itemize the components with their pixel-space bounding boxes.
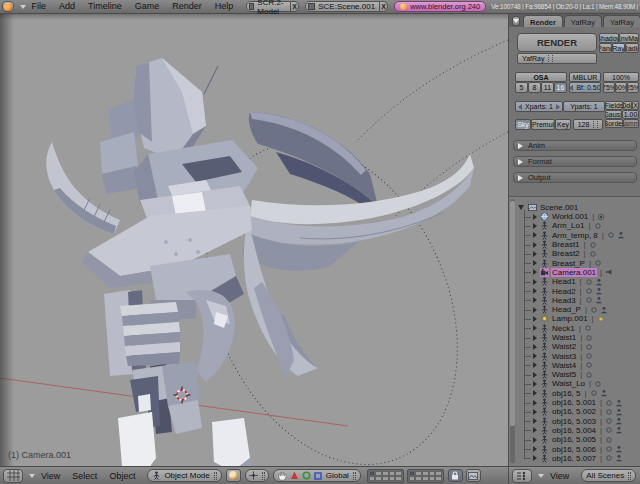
expand-arrow-icon[interactable]: [533, 223, 537, 229]
data-block-icon[interactable]: [594, 259, 602, 267]
translate-manipulator-icon[interactable]: [290, 471, 299, 480]
menu-item[interactable]: Render: [172, 0, 202, 13]
data-block-icon-2[interactable]: [595, 287, 603, 295]
data-block-icon[interactable]: [585, 287, 593, 295]
editor-type-button[interactable]: [3, 469, 23, 483]
fields-toggle[interactable]: Fields: [605, 101, 623, 110]
expand-arrow-icon[interactable]: [533, 409, 537, 415]
osa-value-button[interactable]: 16: [554, 82, 567, 93]
outliner-scene-row[interactable]: Scene.001: [517, 202, 640, 212]
expand-arrow-icon[interactable]: [533, 251, 537, 257]
menu-item[interactable]: Add: [59, 0, 75, 13]
panel-tab[interactable]: YafRay GI: [603, 15, 640, 27]
data-block-icon[interactable]: [584, 324, 592, 332]
outliner-row[interactable]: Waist4 |: [523, 361, 640, 370]
object-type-icon[interactable]: [540, 361, 549, 370]
outliner-row[interactable]: obj16, 5.007 |: [523, 454, 640, 463]
data-block-icon[interactable]: [585, 296, 593, 304]
gauss-value-slider[interactable]: 1.00: [622, 110, 639, 119]
expand-arrow-icon[interactable]: [533, 269, 537, 275]
expand-arrow-icon[interactable]: [533, 353, 537, 359]
object-name[interactable]: Head1: [551, 277, 577, 286]
data-block-icon-2[interactable]: [615, 454, 623, 462]
object-name[interactable]: Arm_temp, 8: [551, 231, 599, 240]
object-type-icon[interactable]: [540, 435, 549, 444]
pivot-dropdown[interactable]: [245, 469, 269, 482]
collapsed-panel-header[interactable]: Output: [513, 172, 637, 183]
expand-arrow-icon[interactable]: [533, 335, 537, 341]
rotate-manipulator-icon[interactable]: [302, 471, 311, 480]
expand-arrow-icon[interactable]: [533, 446, 537, 452]
scale-manipulator-icon[interactable]: [314, 472, 322, 480]
object-name[interactable]: World.001: [551, 212, 589, 221]
render-button[interactable]: RENDER: [517, 33, 597, 52]
data-block-icon[interactable]: [605, 268, 613, 276]
layers-block-1[interactable]: [367, 469, 404, 483]
expand-arrow-icon[interactable]: [533, 455, 537, 461]
data-block-icon-2[interactable]: [595, 278, 603, 286]
render-toggle[interactable]: Shadow: [599, 33, 619, 43]
header-menu-item[interactable]: View: [41, 471, 60, 481]
collapse-arrow-icon[interactable]: [518, 205, 524, 210]
object-type-icon[interactable]: [540, 407, 549, 416]
data-block-icon-2[interactable]: [615, 408, 623, 416]
object-type-icon[interactable]: [540, 445, 549, 454]
object-type-icon[interactable]: [540, 454, 549, 463]
data-block-icon[interactable]: [589, 241, 597, 249]
object-name[interactable]: Neck1: [551, 324, 576, 333]
object-name[interactable]: obj16, 5.001: [551, 398, 597, 407]
object-name[interactable]: obj16, 5.003: [551, 417, 597, 426]
outliner-row[interactable]: Waist1 |: [523, 333, 640, 342]
header-menu-item[interactable]: Select: [72, 471, 97, 481]
menu-item[interactable]: File: [32, 0, 47, 13]
outliner-scrollbar[interactable]: [510, 199, 515, 463]
expand-arrow-icon[interactable]: [533, 372, 537, 378]
render-toggle[interactable]: EnvMap: [619, 33, 639, 43]
object-name[interactable]: Waist_Lo: [551, 379, 586, 388]
data-block-icon-2[interactable]: [615, 417, 623, 425]
expand-arrow-icon[interactable]: [533, 260, 537, 266]
screen-selector[interactable]: SCR:2-Model: [246, 1, 291, 12]
data-block-icon-2[interactable]: [615, 399, 623, 407]
object-type-icon[interactable]: [540, 268, 549, 277]
data-block-icon[interactable]: [594, 380, 602, 388]
size-percent-button[interactable]: 75%: [603, 82, 615, 93]
data-block-icon[interactable]: [585, 371, 593, 379]
render-preview-button[interactable]: [466, 469, 481, 482]
expand-arrow-icon[interactable]: [533, 316, 537, 322]
mblur-toggle[interactable]: MBLUR: [569, 72, 601, 82]
data-block-icon[interactable]: [605, 426, 613, 434]
osa-toggle[interactable]: OSA: [515, 72, 567, 82]
outliner-row[interactable]: Breast1 |: [523, 240, 640, 249]
layers-block-2[interactable]: [407, 469, 444, 483]
data-block-icon[interactable]: [605, 454, 613, 462]
alpha-toggle[interactable]: Key: [555, 119, 571, 130]
data-block-icon[interactable]: [605, 417, 613, 425]
blur-factor-field[interactable]: Bf: 0.50: [569, 82, 601, 93]
object-name[interactable]: Arm_Lo1: [551, 221, 585, 230]
object-name[interactable]: obj16, 5.005: [551, 435, 597, 444]
expand-arrow-icon[interactable]: [533, 307, 537, 313]
object-name[interactable]: Waist3: [551, 352, 577, 361]
expand-arrow-icon[interactable]: [533, 288, 537, 294]
expand-arrow-icon[interactable]: [533, 400, 537, 406]
object-name[interactable]: Lamp.001: [551, 314, 589, 323]
data-block-icon[interactable]: [585, 352, 593, 360]
object-name[interactable]: Breast_P: [551, 259, 586, 268]
outliner-row[interactable]: Head1 |: [523, 277, 640, 286]
render-toggle[interactable]: Radio: [625, 43, 639, 53]
object-type-icon[interactable]: [540, 259, 549, 268]
object-name[interactable]: Head2: [551, 287, 577, 296]
window-type-menu-button[interactable]: [2, 1, 14, 12]
expand-arrow-icon[interactable]: [533, 427, 537, 433]
data-block-icon[interactable]: [585, 278, 593, 286]
lock-layers-button[interactable]: [448, 469, 463, 482]
object-name[interactable]: obj16, 5.006: [551, 445, 597, 454]
octree-dropdown[interactable]: 128: [573, 119, 603, 130]
size-100-button[interactable]: 100%: [603, 72, 639, 82]
data-block-icon[interactable]: [585, 361, 593, 369]
delete-screen-button[interactable]: X: [291, 1, 299, 12]
object-name[interactable]: Waist4: [551, 361, 577, 370]
engine-dropdown[interactable]: YafRay: [517, 53, 597, 64]
outliner-row[interactable]: Arm_temp, 8 |: [523, 231, 640, 240]
